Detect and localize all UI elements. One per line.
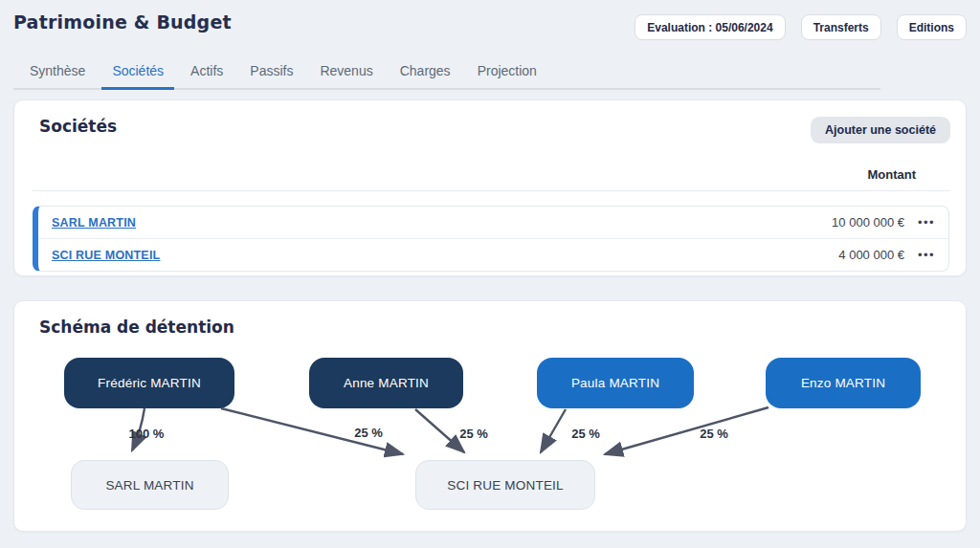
company-link-sarl-martin[interactable]: SARL MARTIN (52, 216, 136, 230)
transferts-button[interactable]: Transferts (801, 14, 881, 40)
amount-column-header: Montant (867, 167, 916, 182)
tab-charges[interactable]: Charges (390, 55, 461, 88)
edge-anne-sci (415, 409, 464, 452)
ellipsis-icon: ••• (918, 215, 935, 230)
schema-detention-card: Schéma de détention Frédéric MARTIN Anne… (13, 300, 967, 532)
company-amount: 4 000 000 € (838, 248, 904, 262)
table-row: SARL MARTIN 10 000 000 € ••• (38, 207, 948, 238)
tab-projection[interactable]: Projection (467, 55, 547, 88)
table-header-divider (33, 190, 949, 191)
company-amount: 10 000 000 € (832, 215, 904, 230)
row-menu-button[interactable]: ••• (904, 239, 948, 271)
edge-label-25-enzo: 25 % (700, 427, 728, 441)
patrimoine-budget-page: Patrimoine & Budget Evaluation : 05/06/2… (0, 0, 980, 548)
ownership-diagram: Frédéric MARTIN Anne MARTIN Paula MARTIN… (14, 301, 966, 531)
societes-card: Sociétés Ajouter une société Montant SAR… (13, 99, 967, 276)
edge-label-100: 100 % (129, 427, 165, 441)
add-company-button[interactable]: Ajouter une société (811, 117, 950, 143)
company-link-sci-rue-monteil[interactable]: SCI RUE MONTEIL (52, 249, 160, 262)
owner-node-paula-martin: Paula MARTIN (537, 358, 694, 408)
edge-label-25-paula: 25 % (571, 427, 600, 441)
owner-node-frederic-martin: Frédéric MARTIN (64, 358, 234, 408)
edge-label-25-frederic: 25 % (354, 426, 383, 440)
ellipsis-icon: ••• (918, 248, 935, 262)
table-row: SCI RUE MONTEIL 4 000 000 € ••• (38, 238, 948, 271)
edge-paula-sci (541, 409, 566, 452)
company-node-sarl-martin: SARL MARTIN (71, 460, 229, 510)
owner-node-anne-martin: Anne MARTIN (309, 358, 463, 408)
societes-card-title: Sociétés (39, 117, 117, 136)
owner-node-enzo-martin: Enzo MARTIN (766, 358, 921, 408)
page-title: Patrimoine & Budget (13, 11, 232, 33)
tab-societes[interactable]: Sociétés (101, 55, 174, 90)
edge-label-25-anne: 25 % (459, 427, 488, 441)
tab-passifs[interactable]: Passifs (239, 55, 303, 88)
edge-enzo-sci (605, 407, 768, 454)
company-node-sci-rue-monteil: SCI RUE MONTEIL (415, 460, 595, 510)
tab-actifs[interactable]: Actifs (180, 55, 234, 88)
editions-button[interactable]: Editions (897, 14, 967, 40)
row-menu-button[interactable]: ••• (904, 207, 948, 238)
evaluation-date-button[interactable]: Evaluation : 05/06/2024 (635, 14, 785, 40)
header-actions: Evaluation : 05/06/2024 Transferts Editi… (635, 14, 967, 40)
tab-synthese[interactable]: Synthèse (19, 55, 96, 88)
tab-bar: Synthèse Sociétés Actifs Passifs Revenus… (13, 55, 880, 90)
companies-table: SARL MARTIN 10 000 000 € ••• SCI RUE MON… (33, 206, 949, 272)
tab-revenus[interactable]: Revenus (309, 55, 383, 88)
